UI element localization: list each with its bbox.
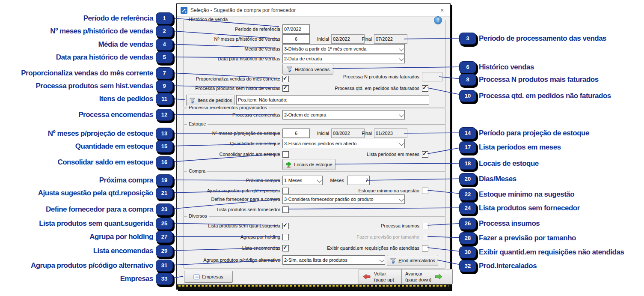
callout-label: Proporcionaliza vendas do mês corrente [21, 69, 153, 78]
callout-label: Média de vendas [98, 40, 153, 49]
itens-de-pedidos-button[interactable]: Itens de pedidos [186, 95, 235, 106]
callout-right-17: 17Lista períodos em meses [459, 141, 561, 153]
checkbox-ajusta-sugestao[interactable] [282, 188, 289, 194]
input-meses[interactable]: 7 [347, 176, 370, 185]
dropdown-processa-encomendas[interactable]: 2-Ordem de compra [282, 110, 405, 120]
label-processa-insumos: Processa insumos [318, 222, 419, 229]
callout-label: Estoque mínimo na sugestão [479, 190, 574, 199]
callout-label: Processa produtos sem hist.vendas [36, 82, 154, 90]
input-processa-n-produtos[interactable] [422, 72, 442, 81]
chevron-down-icon[interactable] [399, 197, 404, 201]
input-final-vendas: 07/2022 [374, 34, 407, 44]
chevron-down-icon[interactable] [399, 112, 404, 117]
chevron-down-icon[interactable] [317, 178, 321, 182]
callout-badge: 23 [156, 203, 173, 215]
callout-label: Empresas [120, 275, 153, 283]
prod-intercalados-button[interactable]: Prod.intercalados [387, 255, 438, 266]
checkbox-sem-quant-sugerida[interactable] [282, 223, 289, 229]
voltar-button[interactable]: Voltar (page up) [359, 269, 407, 284]
label-inicial: Inicial [306, 129, 329, 138]
dropdown-proxima-compra[interactable]: 1-Meses [282, 176, 323, 185]
checkbox-estoque-minimo[interactable] [422, 188, 428, 194]
callout-left-7: Proporcionaliza vendas do mês corrente7 [0, 67, 173, 79]
dropdown-value: 2-Data de entrada [284, 56, 322, 61]
callout-right-8: 8Processa N produtos mais faturados [459, 74, 599, 86]
title-bar[interactable]: Seleção - Sugestão de compra por fornece… [177, 4, 450, 17]
callout-right-28: 28Fazer a previsão por tamanho [459, 232, 576, 244]
dropdown-agrupa-codigo-alternativo[interactable]: 2-Sim, aceita lista de produtos [282, 255, 385, 265]
checkbox-processa-insumos[interactable] [422, 223, 428, 229]
label-lista-encomendas: Lista encomendas [177, 245, 280, 251]
chevron-down-icon[interactable] [379, 257, 384, 262]
button-label-rest: vançar [408, 271, 422, 276]
label-consolidar-saldo: Consolidar saldo em estoque [177, 151, 280, 158]
callout-left-27: Agrupa por holding27 [0, 231, 173, 243]
callout-right-20: 20Dias/Meses [459, 173, 516, 185]
callout-right-14: 14Período para projeção de estoque [459, 127, 589, 139]
checkbox-sem-fornecedor[interactable] [282, 206, 289, 213]
checkbox-agrupa-holding[interactable] [282, 234, 289, 240]
label-final: Final [348, 129, 372, 138]
callout-badge: 5 [156, 51, 173, 63]
empresas-button[interactable]: Empresas [184, 271, 233, 283]
checkbox-qtd-pedidos-nao-faturados[interactable] [422, 85, 428, 92]
help-icon[interactable]: ? [434, 16, 442, 24]
dropdown-value: 3-Física menos pedidos em aberto [284, 141, 356, 146]
label-processa-n-produtos: Processa N produtos mais faturados [318, 73, 419, 80]
app-icon [181, 7, 187, 14]
callout-badge: 28 [459, 232, 476, 244]
input-periodo-referencia[interactable]: 07/2022 [282, 24, 310, 34]
button-label: Voltar (page up) [374, 271, 394, 283]
checkbox-exibir-requisicoes[interactable] [422, 245, 428, 251]
checkbox-lista-encomendas[interactable] [282, 245, 289, 251]
avancar-button[interactable]: Avançar (page down) [401, 269, 453, 284]
callout-label: Lista encomendas [93, 247, 153, 255]
callout-badge: 33 [156, 273, 173, 285]
checkbox-sem-historico-vendas[interactable] [282, 85, 289, 92]
dialog-bottom-strip [177, 284, 450, 289]
checkbox-previsao-tamanho [422, 234, 428, 240]
checkbox-proporcionaliza[interactable] [282, 76, 289, 82]
checkbox-consolidar-saldo[interactable] [282, 151, 289, 158]
label-quantidade-estoque: Quantidade em estoque [177, 139, 280, 148]
callout-left-1: Período de referência1 [0, 12, 173, 24]
mnemonic: E [202, 274, 205, 279]
close-icon[interactable]: × [435, 4, 449, 16]
mnemonic: V [374, 271, 377, 276]
callout-badge: 32 [459, 260, 476, 272]
chevron-down-icon[interactable] [399, 141, 404, 146]
callout-badge: 14 [459, 127, 476, 139]
dropdown-quantidade-estoque[interactable]: 3-Física menos pedidos em aberto [282, 139, 405, 148]
callout-badge: 11 [156, 93, 173, 105]
label-sem-quant-sugerida: Lista produtos sem quant.sugerida [177, 222, 280, 229]
label-n-meses-projecao: Nº meses p/projeção de estoque [177, 129, 280, 138]
label-define-fornecedor: Define fornecedor para a compra [177, 194, 280, 204]
filter-icon [390, 257, 396, 264]
callout-label: Data para histórico de vendas [56, 53, 153, 62]
dropdown-media-vendas[interactable]: 3-Divisão a partir do 1º mês com venda [282, 44, 405, 54]
callout-label: Prod.intercalados [479, 262, 537, 270]
callout-right-10: 10Processa qtd. em pedidos não faturados [459, 90, 611, 102]
locais-de-estoque-button[interactable]: Locais de estoque [282, 159, 335, 170]
chevron-down-icon[interactable] [399, 46, 404, 51]
label-n-meses-historico: Nº meses p/histórico de vendas [177, 34, 280, 44]
add-icon [285, 161, 292, 168]
button-label: Locais de estoque [294, 162, 332, 167]
dropdown-define-fornecedor[interactable]: 3-Considera fornecedor padrão do produto [282, 194, 405, 204]
callout-left-13: Nº meses p/projeção de estoque13 [0, 128, 173, 140]
callout-badge: 20 [459, 173, 476, 185]
callout-label: Agrupa por holding [89, 233, 153, 241]
dropdown-data-historico-vendas[interactable]: 2-Data de entrada [282, 54, 405, 63]
callout-label: Consolidar saldo em estoque [57, 158, 153, 167]
label-exibir-requisicoes: Exibir quantid.em requisições não atendi… [318, 245, 419, 251]
callout-label: Período de processamento das vendas [479, 34, 606, 43]
callout-badge: 15 [156, 141, 173, 152]
chevron-down-icon[interactable] [399, 56, 404, 61]
callout-label: Agrupa produtos p/código alternativo [31, 261, 153, 270]
label-inicial: Inicial [306, 34, 329, 44]
label-meses: Meses [325, 176, 344, 185]
callout-label: Exibir quantid.em requisições não atendi… [479, 248, 624, 257]
label-data-historico-vendas: Data para histórico de vendas [177, 54, 280, 63]
checkbox-lista-periodos-meses[interactable] [422, 151, 428, 158]
label-sem-fornecedor: Lista produtos sem fornecedor [177, 206, 280, 213]
